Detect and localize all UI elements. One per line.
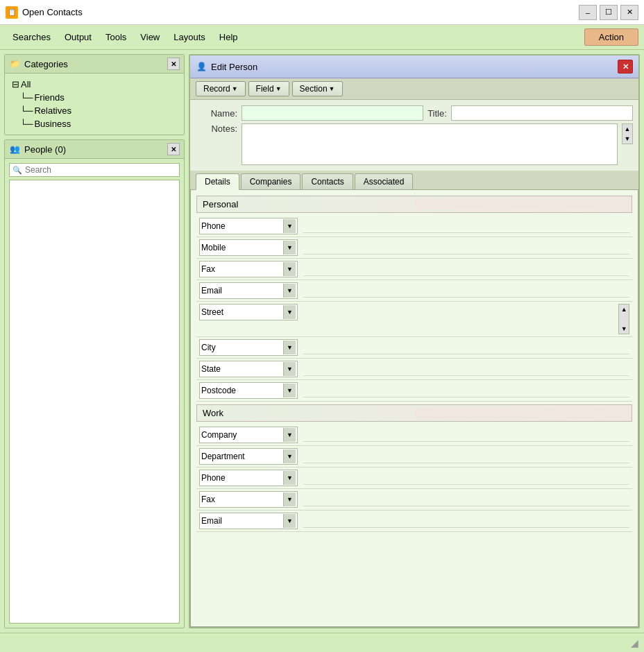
personal-postcode-row: Postcode ▼ — [196, 380, 632, 402]
personal-mobile-dropdown[interactable]: Mobile ▼ — [199, 239, 298, 256]
menu-bar: Searches Output Tools View Layouts Help … — [0, 25, 644, 50]
tab-contacts[interactable]: Contacts — [302, 173, 353, 189]
menu-searches[interactable]: Searches — [6, 29, 58, 45]
personal-city-label-cell: City ▼ — [196, 337, 300, 359]
personal-email-input[interactable] — [303, 284, 629, 298]
section-dropdown-arrow: ▼ — [329, 85, 335, 92]
personal-fax-dropdown-text: Fax — [201, 264, 280, 274]
edit-toolbar: Record ▼ Field ▼ Section ▼ — [190, 78, 638, 100]
edit-close-button[interactable]: ✕ — [618, 60, 633, 74]
work-email-input[interactable] — [303, 515, 629, 528]
tree-label-friends: Friends — [34, 92, 64, 103]
tree-item-business[interactable]: └─ Business — [9, 117, 180, 130]
notes-scroll-up[interactable]: ▲ — [622, 124, 632, 134]
work-phone-input[interactable] — [303, 472, 629, 485]
street-scroll-up[interactable]: ▲ — [619, 304, 629, 314]
personal-email-dropdown[interactable]: Email ▼ — [199, 282, 298, 299]
record-label: Record — [203, 84, 230, 94]
resize-handle[interactable]: ◢ — [631, 637, 638, 649]
work-phone-dropdown-text: Phone — [201, 473, 280, 483]
personal-email-dropdown-text: Email — [201, 286, 280, 295]
menu-tools[interactable]: Tools — [99, 29, 133, 45]
work-company-row: Company ▼ — [196, 424, 632, 446]
left-panel: 📁 Categories ✕ ⊟ All └─ Friends └─ Relat… — [4, 54, 185, 628]
street-cell: ▲ ▼ — [303, 304, 629, 334]
tree-root[interactable]: ⊟ All — [9, 78, 180, 91]
record-button[interactable]: Record ▼ — [196, 81, 246, 96]
personal-city-dropdown-text: City — [201, 343, 280, 352]
close-button[interactable]: ✕ — [620, 5, 638, 20]
personal-mobile-dropdown-text: Mobile — [201, 243, 280, 252]
tree-item-friends[interactable]: └─ Friends — [9, 91, 180, 104]
work-phone-dropdown[interactable]: Phone ▼ — [199, 470, 298, 486]
personal-fax-dropdown[interactable]: Fax ▼ — [199, 261, 298, 277]
work-header-right — [414, 408, 626, 418]
personal-state-value-cell — [300, 359, 632, 380]
personal-street-dropdown[interactable]: Street ▼ — [199, 304, 298, 320]
tab-associated[interactable]: Associated — [355, 173, 414, 189]
personal-phone-dropdown[interactable]: Phone ▼ — [199, 218, 298, 234]
search-input[interactable] — [25, 165, 176, 175]
tree-item-relatives[interactable]: └─ Relatives — [9, 104, 180, 117]
people-title: People (0) — [24, 144, 66, 155]
categories-content: ⊟ All └─ Friends └─ Relatives └─ Busines… — [5, 74, 184, 135]
tree-label-relatives: Relatives — [34, 105, 71, 116]
tab-companies[interactable]: Companies — [241, 173, 301, 189]
record-dropdown-arrow: ▼ — [232, 85, 238, 92]
personal-state-dropdown[interactable]: State ▼ — [199, 361, 298, 377]
personal-mobile-input[interactable] — [303, 241, 629, 255]
personal-phone-dropdown-text: Phone — [201, 221, 280, 231]
work-phone-dropdown-arrow: ▼ — [283, 471, 296, 485]
work-department-dropdown-text: Department — [201, 452, 280, 461]
work-company-input[interactable] — [303, 429, 629, 442]
menu-help[interactable]: Help — [212, 29, 245, 45]
personal-state-dropdown-text: State — [201, 364, 280, 374]
menu-output[interactable]: Output — [58, 29, 99, 45]
work-email-dropdown-text: Email — [201, 516, 280, 526]
work-company-dropdown[interactable]: Company ▼ — [199, 427, 298, 443]
personal-state-label-cell: State ▼ — [196, 359, 300, 380]
notes-textarea[interactable] — [242, 123, 618, 165]
personal-city-input[interactable] — [303, 341, 629, 354]
work-department-label-cell: Department ▼ — [196, 446, 300, 467]
people-close-button[interactable]: ✕ — [167, 143, 180, 155]
work-email-dropdown[interactable]: Email ▼ — [199, 513, 298, 529]
section-label: Section — [300, 84, 328, 94]
field-button[interactable]: Field ▼ — [248, 81, 289, 96]
personal-phone-row: Phone ▼ — [196, 216, 632, 237]
maximize-button[interactable]: ☐ — [600, 5, 618, 20]
personal-fax-value-cell — [300, 259, 632, 280]
tab-details[interactable]: Details — [196, 173, 239, 190]
work-department-input[interactable] — [303, 450, 629, 463]
tab-details-content: Personal Phone ▼ — [190, 190, 638, 627]
street-scroll-down[interactable]: ▼ — [619, 324, 629, 334]
people-icon: 👥 — [9, 144, 20, 155]
personal-postcode-dropdown[interactable]: Postcode ▼ — [199, 382, 298, 399]
menu-layouts[interactable]: Layouts — [167, 29, 212, 45]
personal-street-textarea[interactable] — [303, 304, 618, 334]
tree-root-label: All — [21, 79, 31, 89]
main-area: 📁 Categories ✕ ⊟ All └─ Friends └─ Relat… — [0, 50, 644, 633]
personal-fax-input[interactable] — [303, 263, 629, 276]
search-area: 🔍 — [9, 163, 180, 177]
section-button[interactable]: Section ▼ — [292, 81, 343, 96]
personal-state-input[interactable] — [303, 363, 629, 376]
work-fax-label-cell: Fax ▼ — [196, 489, 300, 511]
title-input[interactable] — [451, 105, 633, 121]
personal-city-dropdown[interactable]: City ▼ — [199, 339, 298, 356]
categories-close-button[interactable]: ✕ — [167, 58, 180, 70]
menu-view[interactable]: View — [133, 29, 167, 45]
work-fax-input[interactable] — [303, 493, 629, 506]
personal-postcode-dropdown-text: Postcode — [201, 386, 280, 395]
action-button[interactable]: Action — [584, 28, 638, 46]
personal-phone-input[interactable] — [303, 220, 629, 233]
personal-email-dropdown-arrow: ▼ — [283, 284, 296, 298]
minimize-button[interactable]: – — [579, 5, 597, 20]
personal-mobile-value-cell — [300, 237, 632, 259]
personal-postcode-input[interactable] — [303, 384, 629, 397]
notes-scroll-down[interactable]: ▼ — [622, 134, 632, 144]
work-fax-dropdown[interactable]: Fax ▼ — [199, 491, 298, 508]
name-row: Name: Title: — [196, 105, 633, 121]
work-department-dropdown[interactable]: Department ▼ — [199, 448, 298, 465]
name-input[interactable] — [242, 105, 423, 121]
